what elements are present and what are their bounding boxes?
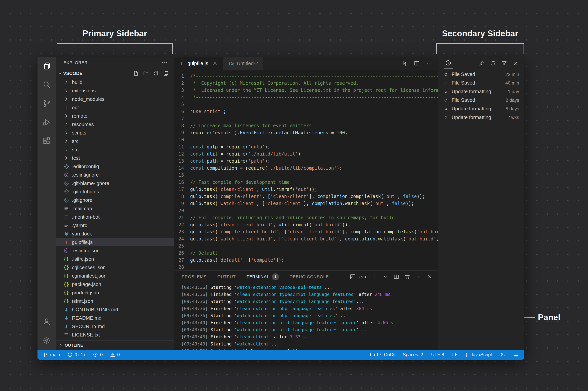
status-item-main[interactable]: main: [43, 352, 60, 357]
tree-item-.mention-bot[interactable]: .mention-bot: [56, 213, 174, 221]
tree-item-.mailmap[interactable]: .mailmap: [56, 204, 174, 213]
code-line[interactable]: 14const compilation = require('./build/l…: [174, 165, 438, 172]
code-line[interactable]: 10: [174, 136, 438, 143]
status-item-0[interactable]: 0: [93, 352, 102, 357]
tree-item-.gitignore[interactable]: .gitignore: [56, 196, 174, 204]
status-item-Spaces: 2[interactable]: Spaces: 2: [403, 352, 423, 357]
status-item-feedback-icon[interactable]: [500, 352, 505, 357]
status-item-bell-icon[interactable]: [513, 352, 519, 357]
status-item-0[interactable]: 0: [110, 352, 120, 357]
refresh-icon[interactable]: [490, 60, 496, 66]
collapse-all-icon[interactable]: [163, 71, 169, 76]
code-line[interactable]: 9require('events').EventEmitter.defaultM…: [174, 129, 438, 136]
chevron-up-icon[interactable]: [415, 274, 422, 280]
tree-item-src[interactable]: src: [56, 137, 174, 145]
code-editor[interactable]: 1/*-------------------------------------…: [174, 70, 438, 270]
tree-item-extensions[interactable]: extensions: [56, 87, 174, 95]
new-folder-icon[interactable]: [143, 71, 149, 76]
tree-item-tsfmt.json[interactable]: {}tsfmt.json: [56, 297, 174, 305]
tree-item-test[interactable]: test: [56, 154, 174, 162]
activity-files-icon[interactable]: [37, 57, 56, 75]
tree-item-.eslintignore[interactable]: .eslintignore: [56, 171, 174, 179]
split-editor-icon[interactable]: [413, 60, 420, 67]
tree-item-.lsifrc.json[interactable]: {}.lsifrc.json: [56, 255, 174, 263]
code-line[interactable]: 21// Full compile, including nls and inl…: [174, 214, 438, 221]
code-line[interactable]: 26// Default: [174, 250, 438, 257]
more-icon[interactable]: [426, 60, 432, 67]
tree-item-resources[interactable]: resources: [56, 120, 174, 129]
tree-item-.gitattributes[interactable]: .gitattributes: [56, 188, 174, 196]
tree-item-cglicenses.json[interactable]: {}cglicenses.json: [56, 263, 174, 272]
code-line[interactable]: 8// Increase max listeners for event emi…: [174, 122, 438, 129]
pin-icon[interactable]: [478, 60, 484, 66]
activity-search-icon[interactable]: [37, 75, 56, 94]
filter-icon[interactable]: [501, 60, 507, 66]
timeline-item[interactable]: Update formatting5 days: [438, 104, 524, 113]
tab-Untitled-2[interactable]: TSUntitled-2: [223, 57, 263, 70]
trash-icon[interactable]: [404, 274, 410, 280]
code-line[interactable]: 6'use strict';: [174, 108, 438, 115]
code-line[interactable]: 12const util = require('./build/lib/util…: [174, 151, 438, 158]
panel-tab-TERMINAL[interactable]: TERMINAL1: [247, 271, 279, 283]
code-line[interactable]: 17gulp.task('clean-client', util.rimraf(…: [174, 186, 438, 193]
outline-section-header[interactable]: OUTLINE: [56, 340, 174, 350]
tree-item-yarn.lock[interactable]: yarn.lock: [56, 230, 174, 238]
timeline-item[interactable]: Update formatting1 day: [438, 87, 524, 96]
close-icon[interactable]: [212, 61, 218, 66]
timeline-item[interactable]: Update formatting2 wks: [438, 113, 524, 122]
close-icon[interactable]: [513, 60, 519, 66]
status-item-LF[interactable]: LF: [452, 352, 458, 357]
shell-label[interactable]: zsh: [359, 274, 366, 280]
tree-item-.editorconfig[interactable]: .editorconfig: [56, 162, 174, 171]
code-line[interactable]: 24gulp.task('watch-client-build', ['clea…: [174, 235, 438, 243]
tree-item-cgmanifest.json[interactable]: {}cgmanifest.json: [56, 272, 174, 280]
code-line[interactable]: 3 * Licensed under the MIT License. See …: [174, 87, 438, 94]
code-line[interactable]: 23gulp.task('compile-client-build', ['cl…: [174, 228, 438, 235]
new-file-icon[interactable]: [133, 71, 139, 76]
tree-item-package.json[interactable]: {}package.json: [56, 280, 174, 289]
code-line[interactable]: 2 * Copyright (c) Microsoft Corporation.…: [174, 80, 438, 87]
terminal-output[interactable]: [09:43:36] Starting 'watch-extension:vsc…: [174, 283, 438, 350]
split-panel-icon[interactable]: [393, 274, 399, 280]
activity-settings-icon[interactable]: [37, 331, 56, 350]
open-changes-icon[interactable]: [401, 60, 408, 67]
tab-gulpfile.js[interactable]: gulpfile.js: [174, 57, 223, 70]
tree-item-node_modules[interactable]: node_modules: [56, 95, 174, 103]
tree-item-gulpfile.js[interactable]: gulpfile.js: [56, 238, 174, 246]
code-line[interactable]: 16// Fast compile for development time: [174, 179, 438, 186]
tree-item-remote[interactable]: remote: [56, 112, 174, 120]
tree-item-src[interactable]: src: [56, 145, 174, 154]
timeline-item[interactable]: File Saved2 days: [438, 96, 524, 104]
code-line[interactable]: 15: [174, 172, 438, 179]
status-item-UTF-8[interactable]: UTF-8: [431, 352, 444, 357]
activity-source-control-icon[interactable]: [37, 94, 56, 113]
activity-run-debug-icon[interactable]: [37, 113, 56, 132]
activity-account-icon[interactable]: [37, 312, 56, 331]
code-line[interactable]: 19gulp.task('watch-client', ['clean-clie…: [174, 200, 438, 207]
code-line[interactable]: 22gulp.task('clean-client-build', util.r…: [174, 221, 438, 228]
tree-item-.git-blame-ignore[interactable]: .git-blame-ignore: [56, 179, 174, 188]
panel-tab-OUTPUT[interactable]: OUTPUT: [217, 271, 236, 283]
refresh-icon[interactable]: [153, 71, 159, 76]
terminal-icon[interactable]: [350, 274, 356, 280]
code-line[interactable]: 1/*-------------------------------------…: [174, 73, 438, 80]
code-line[interactable]: 4 *-------------------------------------…: [174, 94, 438, 101]
tree-item-build[interactable]: build: [56, 78, 174, 87]
tree-item-.eslintrc.json[interactable]: .eslintrc.json: [56, 246, 174, 255]
panel-tab-DEBUG CONSOLE[interactable]: DEBUG CONSOLE: [290, 271, 329, 283]
code-line[interactable]: 18gulp.task('compile-client', ['clean-cl…: [174, 193, 438, 200]
tree-item-.yarnrc[interactable]: .yarnrc: [56, 221, 174, 230]
tree-item-README.md[interactable]: README.md: [56, 314, 174, 322]
code-line[interactable]: 5: [174, 101, 438, 108]
code-line[interactable]: 7: [174, 115, 438, 122]
tree-item-LICENSE.txt[interactable]: LICENSE.txt: [56, 331, 174, 339]
tree-item-CONTRIBUTING.md[interactable]: CONTRIBUTING.md: [56, 305, 174, 314]
chevron-small-down-icon[interactable]: [382, 274, 388, 280]
tree-item-out[interactable]: out: [56, 103, 174, 112]
panel-tab-PROBLEMS[interactable]: PROBLEMS: [182, 271, 206, 283]
close-icon[interactable]: [427, 274, 433, 280]
tree-item-scripts[interactable]: scripts: [56, 129, 174, 137]
status-item-JavaScript[interactable]: {}JavaScript: [466, 352, 492, 357]
explorer-section-header[interactable]: VSCODE: [56, 69, 174, 78]
code-line[interactable]: 25: [174, 243, 438, 250]
